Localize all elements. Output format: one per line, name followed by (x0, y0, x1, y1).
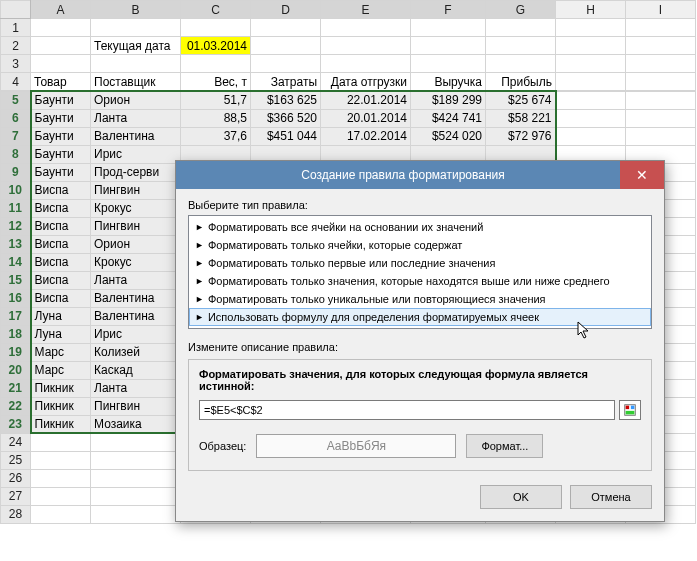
cell[interactable] (626, 127, 696, 145)
dialog-titlebar[interactable]: Создание правила форматирования ✕ (176, 161, 664, 189)
col-header[interactable]: B (91, 1, 181, 19)
cell[interactable] (91, 469, 181, 487)
cell[interactable]: 37,6 (181, 127, 251, 145)
header-cell[interactable]: Товар (31, 73, 91, 91)
row-header[interactable]: 19 (1, 343, 31, 361)
col-header[interactable]: G (486, 1, 556, 19)
rule-type-item[interactable]: ►Форматировать только ячейки, которые со… (189, 236, 651, 254)
cell[interactable] (91, 451, 181, 469)
row-header[interactable]: 20 (1, 361, 31, 379)
col-header[interactable]: E (321, 1, 411, 19)
row-header[interactable]: 10 (1, 181, 31, 199)
cell[interactable]: Ланта (91, 379, 181, 397)
cell[interactable]: Прод-серви (91, 163, 181, 181)
cell[interactable]: Виспа (31, 289, 91, 307)
header-cell[interactable]: Прибыль (486, 73, 556, 91)
cell[interactable]: Ирис (91, 325, 181, 343)
cell[interactable]: 20.01.2014 (321, 109, 411, 127)
cell[interactable] (31, 505, 91, 523)
cell[interactable]: $72 976 (486, 127, 556, 145)
cell[interactable]: Баунти (31, 91, 91, 109)
cell[interactable]: Валентина (91, 307, 181, 325)
cell[interactable] (91, 433, 181, 451)
row-header[interactable]: 7 (1, 127, 31, 145)
cell[interactable]: $25 674 (486, 91, 556, 109)
cell[interactable]: Пингвин (91, 397, 181, 415)
row-header[interactable]: 6 (1, 109, 31, 127)
cell[interactable]: $189 299 (411, 91, 486, 109)
cell-current-date[interactable]: 01.03.2014 (181, 37, 251, 55)
cell[interactable]: Марс (31, 361, 91, 379)
row-header[interactable]: 26 (1, 469, 31, 487)
row-header[interactable]: 17 (1, 307, 31, 325)
cell[interactable]: Виспа (31, 199, 91, 217)
cell[interactable]: Виспа (31, 217, 91, 235)
rule-type-item[interactable]: ►Форматировать только первые или последн… (189, 254, 651, 272)
cell[interactable] (626, 91, 696, 109)
cell[interactable] (556, 91, 626, 109)
rule-type-item[interactable]: ►Форматировать все ячейки на основании и… (189, 218, 651, 236)
col-header[interactable]: C (181, 1, 251, 19)
row-header[interactable]: 5 (1, 91, 31, 109)
cell[interactable] (31, 451, 91, 469)
cell[interactable]: Мозаика (91, 415, 181, 433)
cell[interactable]: Виспа (31, 271, 91, 289)
row-header[interactable]: 2 (1, 37, 31, 55)
cell[interactable]: Пикник (31, 415, 91, 433)
row-header[interactable]: 21 (1, 379, 31, 397)
cell[interactable]: Пингвин (91, 217, 181, 235)
row-header[interactable]: 13 (1, 235, 31, 253)
row-header[interactable]: 24 (1, 433, 31, 451)
row-header[interactable]: 14 (1, 253, 31, 271)
row-header[interactable]: 28 (1, 505, 31, 523)
col-header[interactable]: I (626, 1, 696, 19)
cell[interactable]: Пикник (31, 379, 91, 397)
cell[interactable] (556, 109, 626, 127)
ok-button[interactable]: OK (480, 485, 562, 509)
row-header[interactable]: 4 (1, 73, 31, 91)
cell[interactable]: Баунти (31, 145, 91, 163)
row-header[interactable]: 1 (1, 19, 31, 37)
rule-type-item[interactable]: ►Форматировать только значения, которые … (189, 272, 651, 290)
col-header[interactable]: A (31, 1, 91, 19)
cell[interactable] (91, 505, 181, 523)
row-header[interactable]: 25 (1, 451, 31, 469)
row-header[interactable]: 3 (1, 55, 31, 73)
cell[interactable]: Крокус (91, 253, 181, 271)
row-header[interactable]: 22 (1, 397, 31, 415)
rule-type-item[interactable]: ►Использовать формулу для определения фо… (189, 308, 651, 326)
col-header[interactable]: H (556, 1, 626, 19)
select-all-corner[interactable] (1, 1, 31, 19)
rule-type-list[interactable]: ►Форматировать все ячейки на основании и… (188, 215, 652, 329)
cell[interactable]: $163 625 (251, 91, 321, 109)
cell[interactable]: Баунти (31, 127, 91, 145)
cell[interactable]: Баунти (31, 163, 91, 181)
cell[interactable]: Виспа (31, 235, 91, 253)
cell[interactable]: Баунти (31, 109, 91, 127)
cell[interactable] (91, 487, 181, 505)
cell[interactable]: Колизей (91, 343, 181, 361)
row-header[interactable]: 27 (1, 487, 31, 505)
cell[interactable]: Ланта (91, 271, 181, 289)
cell[interactable] (626, 109, 696, 127)
cell[interactable]: $366 520 (251, 109, 321, 127)
row-header[interactable]: 11 (1, 199, 31, 217)
row-header[interactable]: 16 (1, 289, 31, 307)
cell[interactable]: Орион (91, 91, 181, 109)
cell[interactable]: Луна (31, 307, 91, 325)
cell[interactable] (556, 127, 626, 145)
spreadsheet[interactable]: A B C D E F G H I 1 2 Текущая дата 01.03… (0, 0, 696, 91)
cell[interactable]: Виспа (31, 181, 91, 199)
row-header[interactable]: 18 (1, 325, 31, 343)
col-header[interactable]: D (251, 1, 321, 19)
formula-input[interactable] (199, 400, 615, 420)
cell[interactable]: $424 741 (411, 109, 486, 127)
header-cell[interactable]: Затраты (251, 73, 321, 91)
cell[interactable]: Виспа (31, 253, 91, 271)
row-header[interactable]: 12 (1, 217, 31, 235)
header-cell[interactable]: Выручка (411, 73, 486, 91)
cell[interactable] (31, 433, 91, 451)
row-header[interactable]: 23 (1, 415, 31, 433)
cell[interactable]: 88,5 (181, 109, 251, 127)
cell[interactable]: $58 221 (486, 109, 556, 127)
